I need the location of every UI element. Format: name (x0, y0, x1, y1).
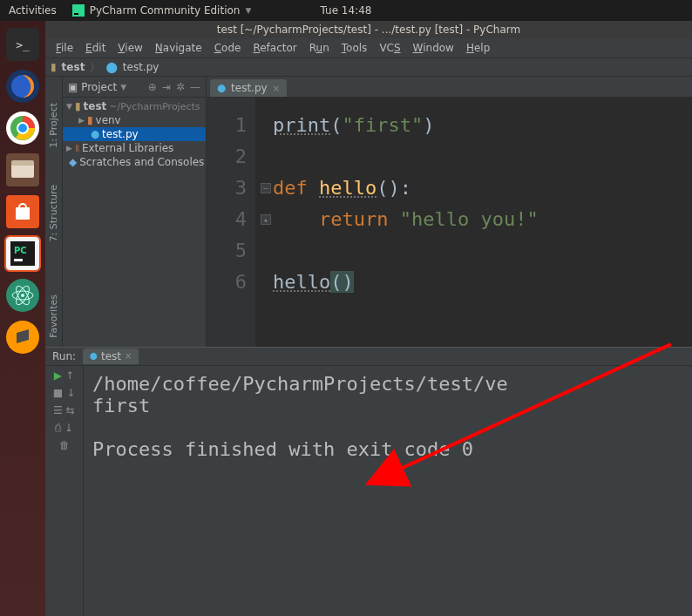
hide-icon[interactable]: — (190, 81, 200, 93)
editor-tab-testpy[interactable]: ⬤ test.py × (210, 79, 287, 97)
menu-code[interactable]: Code (209, 40, 247, 56)
tree-root-name: test (84, 100, 107, 112)
tree-external-libs[interactable]: ▶⫴ External Libraries (63, 141, 206, 155)
sublime-icon (13, 328, 32, 347)
menu-refactor[interactable]: Refactor (248, 40, 302, 56)
editor-area: ⬤ test.py × 1 2 3 4 5 6 print("first") (207, 77, 692, 347)
tree-ext-libs-label: External Libraries (82, 142, 173, 154)
breadcrumb-root[interactable]: test (62, 61, 85, 73)
close-icon[interactable]: × (125, 351, 132, 361)
project-tree: ▼▮ test ~/PycharmProjects ▶▮ venv ⬤ test… (63, 98, 206, 347)
python-file-icon: ⬤ (105, 61, 117, 73)
nav-breadcrumb: ▮ test 〉 ⬤ test.py (45, 58, 692, 77)
chrome-icon (10, 115, 36, 141)
dock-chrome[interactable] (6, 112, 39, 145)
svg-text:PC: PC (14, 246, 27, 255)
run-title: Run: (52, 350, 76, 362)
menu-vcs[interactable]: VCS (374, 40, 405, 56)
dock-firefox[interactable] (6, 70, 39, 103)
menu-file[interactable]: File (51, 40, 78, 56)
menu-edit[interactable]: Edit (80, 40, 111, 56)
dock-sublime[interactable] (6, 321, 39, 354)
gear-icon[interactable]: ✲ (176, 81, 185, 93)
line-gutter: 1 2 3 4 5 6 (207, 98, 255, 347)
run-tool-window: Run: ⬤ test × ▶↑ ■↓ ☰⇆ ⎙⤓ 🗑 /home/coffee… (45, 347, 692, 617)
tree-root[interactable]: ▼▮ test ~/PycharmProjects (63, 99, 206, 113)
run-console-output[interactable]: /home/coffee/PycharmProjects/test/ve fir… (84, 366, 692, 617)
firefox-icon (10, 73, 36, 99)
folder-icon: ▮ (51, 61, 57, 73)
pycharm-icon: PC (10, 241, 35, 266)
project-panel-header: ▣ Project ▼ ⊕ ⇥ ✲ — (63, 77, 206, 98)
svg-rect-6 (11, 160, 34, 166)
project-panel-title: ▣ Project (68, 81, 117, 93)
tree-venv-label: venv (96, 114, 121, 126)
tool-project-tab[interactable]: 1: Project (48, 103, 59, 148)
svg-rect-10 (14, 259, 23, 261)
pycharm-icon (72, 4, 85, 17)
dock-software[interactable] (6, 195, 39, 228)
tree-file-testpy[interactable]: ⬤ test.py (63, 127, 206, 141)
tree-root-path: ~/PycharmProjects (109, 101, 200, 112)
run-toolbar: ▶↑ ■↓ ☰⇆ ⎙⤓ 🗑 (45, 366, 84, 617)
code-content[interactable]: print("first") –def hello(): ▴ return "h… (255, 98, 539, 347)
dock-pycharm-active[interactable]: PC (6, 237, 39, 270)
fold-end-icon[interactable]: ▴ (261, 214, 271, 225)
tree-scratches[interactable]: ◆ Scratches and Consoles (63, 155, 206, 169)
pycharm-window: test [~/PycharmProjects/test] - .../test… (45, 21, 692, 616)
svg-point-14 (21, 294, 24, 297)
tool-structure-tab[interactable]: 7: Structure (48, 185, 59, 241)
files-icon (11, 160, 34, 179)
menu-tools[interactable]: Tools (336, 40, 373, 56)
scroll-icon[interactable]: ⤓ (64, 422, 73, 434)
clock[interactable]: Tue 14:48 (321, 4, 372, 17)
run-header: Run: ⬤ test × (45, 347, 692, 366)
chevron-down-icon[interactable]: ▼ (120, 83, 126, 91)
menu-window[interactable]: Window (408, 40, 459, 56)
trash-icon[interactable]: 🗑 (59, 439, 70, 451)
tool-favorites-tab[interactable]: Favorites (48, 294, 59, 338)
python-icon: ⬤ (90, 352, 98, 360)
tree-scratches-label: Scratches and Consoles (79, 156, 204, 168)
svg-rect-5 (11, 164, 34, 178)
breadcrumb-file[interactable]: test.py (123, 61, 159, 73)
svg-rect-7 (16, 207, 30, 220)
menu-run[interactable]: Run (304, 40, 335, 56)
editor-tabs: ⬤ test.py × (207, 77, 692, 98)
dock-atom[interactable] (6, 279, 39, 312)
menu-view[interactable]: View (112, 40, 147, 56)
collapse-icon[interactable]: ⇥ (162, 81, 171, 93)
menu-navigate[interactable]: Navigate (150, 40, 207, 56)
atom-icon (10, 283, 35, 308)
target-icon[interactable]: ⊕ (148, 81, 157, 93)
layout-icon[interactable]: ☰ (53, 404, 63, 416)
gnome-top-panel: Activities PyCharm Community Edition ▼ T… (0, 0, 692, 21)
ubuntu-dock: >_ PC (0, 21, 45, 616)
rerun-icon[interactable]: ▶ (54, 369, 62, 382)
run-config-tab[interactable]: ⬤ test × (83, 349, 139, 364)
app-indicator-label: PyCharm Community Edition (90, 4, 241, 17)
main-menu: File Edit View Navigate Code Refactor Ru… (45, 38, 692, 58)
app-indicator[interactable]: PyCharm Community Edition ▼ (65, 4, 259, 17)
python-file-icon: ⬤ (217, 84, 226, 92)
left-tool-strip: 1: Project 7: Structure Favorites (45, 77, 63, 347)
print-icon[interactable]: ⎙ (55, 422, 61, 434)
code-editor[interactable]: 1 2 3 4 5 6 print("first") –def hello():… (207, 98, 692, 347)
up-icon[interactable]: ↑ (65, 369, 74, 382)
tree-venv[interactable]: ▶▮ venv (63, 113, 206, 127)
editor-tab-label: test.py (231, 82, 268, 94)
svg-point-4 (17, 123, 28, 133)
stop-icon[interactable]: ■ (53, 387, 63, 399)
wrap-icon[interactable]: ⇆ (66, 404, 75, 416)
dock-files[interactable] (6, 153, 39, 186)
dock-terminal[interactable]: >_ (6, 28, 39, 61)
fold-icon[interactable]: – (261, 183, 271, 193)
window-titlebar[interactable]: test [~/PycharmProjects/test] - .../test… (45, 21, 692, 38)
shopping-bag-icon (13, 202, 32, 221)
close-tab-icon[interactable]: × (273, 84, 280, 93)
breadcrumb-separator: 〉 (90, 60, 100, 75)
chevron-down-icon: ▼ (245, 6, 251, 15)
menu-help[interactable]: Help (461, 40, 495, 56)
down-icon[interactable]: ↓ (66, 387, 75, 399)
activities-button[interactable]: Activities (0, 4, 65, 17)
